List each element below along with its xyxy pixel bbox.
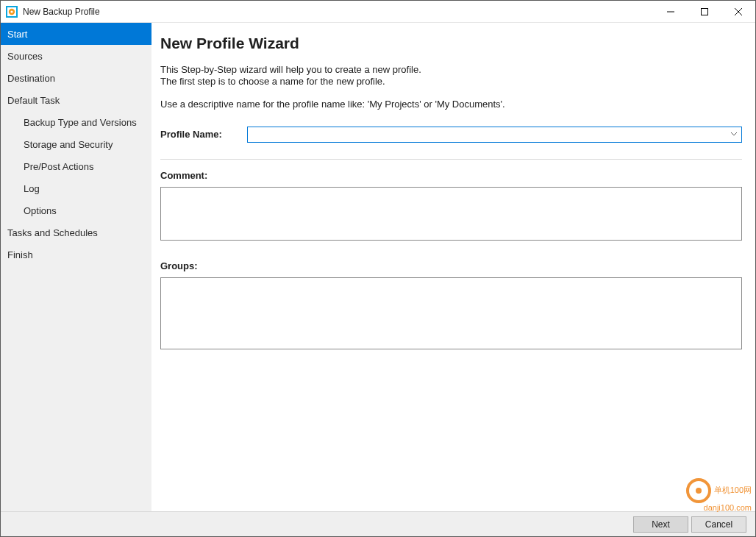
nav-label: Pre/Post Actions — [24, 161, 93, 172]
nav-label: Storage and Security — [24, 139, 113, 150]
svg-rect-4 — [702, 8, 708, 15]
nav-options[interactable]: Options — [1, 199, 151, 221]
nav-label: Start — [7, 29, 27, 40]
close-button[interactable] — [721, 1, 755, 23]
page-desc-3: Use a descriptive name for the profile n… — [160, 99, 742, 110]
page-desc-2: The first step is to choose a name for t… — [160, 76, 742, 88]
nav-pre-post-actions[interactable]: Pre/Post Actions — [1, 155, 151, 177]
nav-label: Tasks and Schedules — [7, 227, 98, 238]
nav-log[interactable]: Log — [1, 177, 151, 199]
maximize-button[interactable] — [688, 1, 721, 23]
comment-input[interactable] — [160, 187, 742, 241]
nav-destination[interactable]: Destination — [1, 67, 151, 89]
nav-finish[interactable]: Finish — [1, 243, 151, 266]
wizard-content: New Profile Wizard This Step-by-Step wiz… — [151, 23, 755, 511]
page-desc-1: This Step-by-Step wizard will help you t… — [160, 64, 742, 76]
divider — [160, 159, 742, 160]
nav-storage-security[interactable]: Storage and Security — [1, 133, 151, 155]
profile-name-input[interactable] — [247, 127, 742, 143]
app-icon — [6, 6, 18, 18]
cancel-button[interactable]: Cancel — [691, 516, 746, 533]
nav-sources[interactable]: Sources — [1, 45, 151, 67]
page-heading: New Profile Wizard — [160, 35, 742, 52]
groups-label: Groups: — [160, 260, 742, 271]
groups-box[interactable] — [160, 277, 742, 349]
wizard-sidebar: Start Sources Destination Default Task B… — [1, 23, 151, 511]
nav-label: Sources — [7, 51, 43, 62]
nav-backup-type[interactable]: Backup Type and Versions — [1, 111, 151, 133]
wizard-footer: Next Cancel — [1, 511, 755, 536]
nav-default-task[interactable]: Default Task — [1, 89, 151, 111]
nav-label: Options — [24, 205, 57, 216]
nav-label: Destination — [7, 73, 55, 84]
nav-label: Log — [24, 183, 40, 194]
nav-label: Finish — [7, 249, 33, 260]
button-label: Cancel — [705, 519, 732, 530]
titlebar: New Backup Profile — [1, 1, 755, 23]
nav-tasks-schedules[interactable]: Tasks and Schedules — [1, 221, 151, 243]
window-title: New Backup Profile — [23, 7, 100, 17]
profile-name-label: Profile Name: — [160, 129, 247, 140]
nav-start[interactable]: Start — [1, 23, 151, 45]
svg-point-2 — [10, 10, 13, 13]
comment-label: Comment: — [160, 170, 742, 181]
next-button[interactable]: Next — [633, 516, 688, 533]
nav-label: Default Task — [7, 95, 60, 106]
button-label: Next — [652, 519, 670, 530]
nav-label: Backup Type and Versions — [24, 117, 137, 128]
minimize-button[interactable] — [654, 1, 688, 23]
